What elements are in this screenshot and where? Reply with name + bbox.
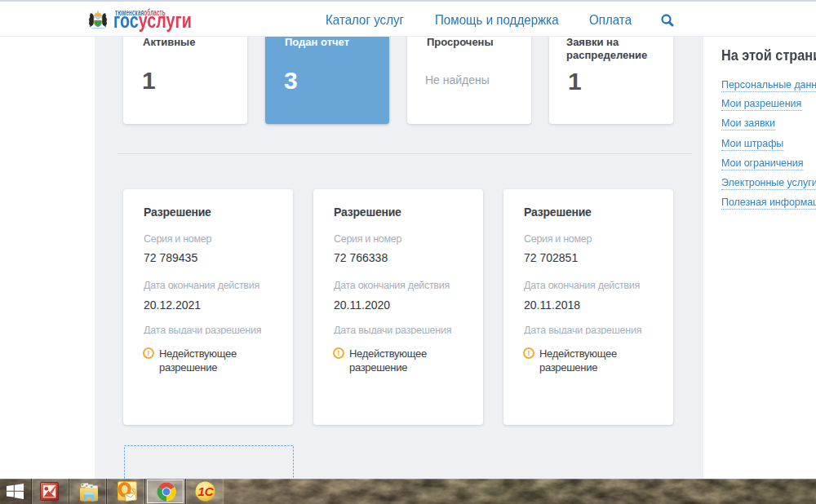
svg-text:1С: 1С (197, 484, 214, 498)
